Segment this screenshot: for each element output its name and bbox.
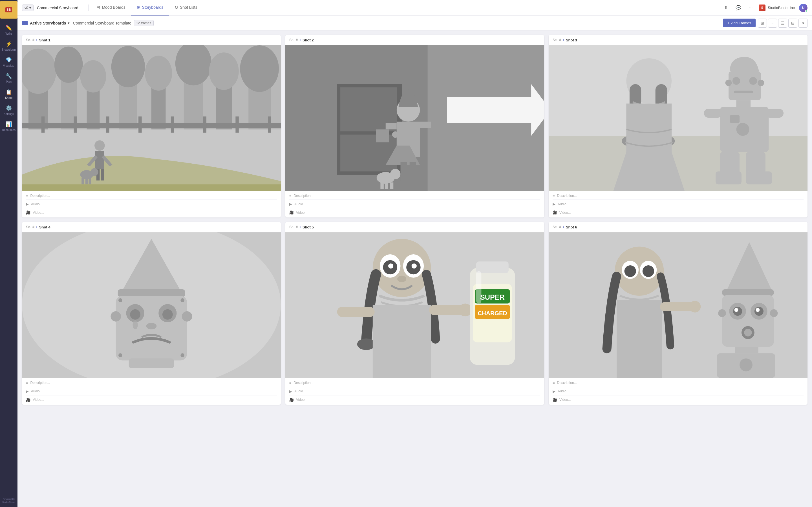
sidebar-label-plan: Plan [6,80,11,83]
tab-storyboards[interactable]: ⊞ Storyboards [131,0,169,15]
shot-5-description-row[interactable]: ≡ Description... [289,381,540,387]
shot-2-audio-row[interactable]: ▶ Audio... [289,202,540,208]
svg-point-27 [94,140,105,151]
shot-2-description-row[interactable]: ≡ Description... [289,193,540,200]
shot-3-sc: Sc. [553,38,557,42]
sidebar-item-plan[interactable]: 🔧 Plan [0,70,17,86]
sidebar-item-visualize[interactable]: 💎 Visualize [0,54,17,70]
svg-point-93 [118,298,122,302]
sidebar-item-settings[interactable]: ⚙️ Settings [0,102,17,118]
shot-5-description: Description... [294,381,313,385]
shot-3-description: Description... [557,194,577,198]
svg-rect-92 [129,358,174,368]
video-icon-3: 🎥 [553,210,557,215]
shot-3-details: ≡ Description... ▶ Audio... 🎥 Video... [549,191,808,217]
shot-6-video-row[interactable]: 🎥 Video... [553,398,804,402]
shot-6-dot: • [563,225,564,229]
comments-button[interactable]: 💬 [734,3,743,12]
view-buttons: ⊞ ⋯ ☰ ⊟ ▾ [758,18,808,27]
svg-rect-70 [737,100,751,107]
sidebar-logo[interactable]: SB [0,1,17,18]
grid-view-button[interactable]: ⊞ [758,18,767,27]
sidebar-item-shoot[interactable]: 📋 Shoot [0,86,17,102]
shot-4-sc: Sc. [26,225,31,229]
shot-card-4: Sc. # • Shot 4 [22,222,281,404]
svg-point-12 [80,60,106,93]
shot-2-video: Video... [296,211,307,215]
svg-point-94 [181,298,185,302]
sidebar-bottom: Powered By StudioBinder [1,494,16,507]
svg-point-32 [91,168,98,176]
shot-1-audio: Audio... [31,202,43,206]
shot-5-video-row[interactable]: 🎥 Video... [289,398,540,402]
sidebar-label-resources: Resources [2,128,15,131]
description-icon-6: ≡ [553,381,555,385]
shoot-icon: 📋 [6,89,12,95]
sidebar-item-breakdown[interactable]: ⚡ Breakdown [0,38,17,54]
shot-2-description: Description... [294,194,313,198]
shot-1-description-row[interactable]: ≡ Description... [26,193,277,200]
dropdown-chevron-icon: ▾ [68,21,69,25]
description-icon: ≡ [26,193,28,198]
brand-area[interactable]: S StudioBinder Inc. [759,4,796,11]
svg-rect-25 [236,116,239,132]
shot-5-name: Shot 5 [303,225,314,229]
layout-view-button[interactable]: ⊟ [788,18,797,27]
shot-6-description-row[interactable]: ≡ Description... [553,381,804,387]
shot-5-audio-row[interactable]: ▶ Audio... [289,389,540,395]
toolbar: Active Storyboards ▾ Commercial Storyboa… [17,16,812,31]
sidebar-item-write[interactable]: ✏️ Write [0,22,17,38]
active-storyboards-dropdown[interactable]: Active Storyboards ▾ [30,21,69,25]
shot-1-video-row[interactable]: 🎥 Video... [26,210,277,215]
shot-5-hash: # [296,225,298,229]
shot-1-description: Description... [31,194,50,198]
svg-rect-21 [106,116,109,132]
list-view-button[interactable]: ☰ [778,18,787,27]
version-selector[interactable]: v0 ▾ [22,4,34,11]
share-button[interactable]: ⬆ [721,3,730,12]
shot-4-audio-row[interactable]: ▶ Audio... [26,389,277,395]
shot-6-audio-row[interactable]: ▶ Audio... [553,389,804,395]
sidebar-item-resources[interactable]: 📊 Resources [0,118,17,134]
template-name: Commercial Storyboard Template [73,21,132,25]
shot-6-details: ≡ Description... ▶ Audio... 🎥 Video... [549,378,808,405]
svg-rect-19 [42,116,45,132]
shot-2-name: Shot 2 [303,38,314,42]
tab-mood-boards[interactable]: ⊟ Mood Boards [91,0,131,15]
svg-point-11 [54,47,83,83]
shot-4-description-row[interactable]: ≡ Description... [26,381,277,387]
chevron-down-button[interactable]: ▾ [799,18,808,27]
svg-rect-49 [410,162,416,181]
more-options-button[interactable]: ··· [746,3,755,12]
shot-3-video-row[interactable]: 🎥 Video... [553,210,804,215]
navbar: v0 ▾ Commercial Storyboard... ⊟ Mood Boa… [17,0,812,16]
shot-3-audio-row[interactable]: ▶ Audio... [553,202,804,208]
svg-point-66 [749,77,757,85]
video-icon-4: 🎥 [26,398,31,402]
add-frames-button[interactable]: + Add Frames [723,18,756,27]
tab-shot-lists[interactable]: ↻ Shot Lists [169,0,203,15]
svg-rect-22 [139,116,142,132]
more-view-button[interactable]: ⋯ [768,18,777,27]
svg-rect-35 [89,178,91,184]
version-label: v0 [24,6,28,10]
shot-2-video-row[interactable]: 🎥 Video... [289,210,540,215]
svg-point-90 [110,311,121,322]
shot-4-video-row[interactable]: 🎥 Video... [26,398,277,402]
svg-rect-140 [735,347,758,353]
user-avatar[interactable]: U [799,4,808,12]
svg-point-17 [240,45,279,92]
shot-4-hash: # [33,225,35,229]
shot-3-description-row[interactable]: ≡ Description... [553,193,804,200]
shot-2-sc: Sc. [289,38,294,42]
svg-point-99 [357,339,375,350]
breakdown-icon: ⚡ [6,41,12,47]
shot-card-1: Sc. # • Shot 1 [22,35,281,217]
svg-rect-79 [746,172,772,184]
svg-rect-125 [617,300,662,378]
shot-1-audio-row[interactable]: ▶ Audio... [26,202,277,208]
audio-icon-6: ▶ [553,389,555,393]
shot-6-description: Description... [557,381,577,385]
resources-icon: 📊 [6,121,12,127]
video-icon: 🎥 [26,210,31,215]
